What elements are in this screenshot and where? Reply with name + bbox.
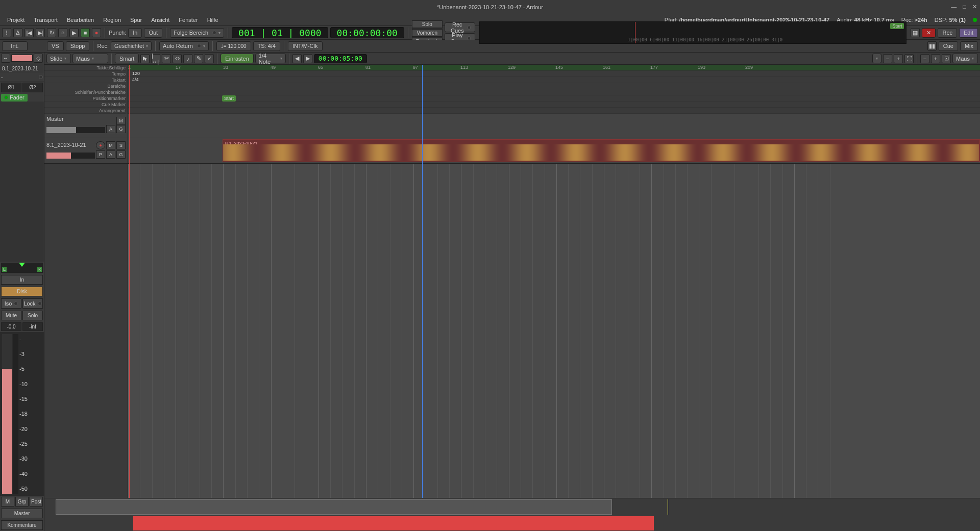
iso-button[interactable]: Iso [1,298,21,309]
rec-cues-button[interactable]: Rec Cues [445,22,475,32]
track-shrink-icon[interactable]: − [920,54,929,63]
loop-icon[interactable]: ↻ [47,28,56,37]
track-rec-button[interactable]: ● [96,141,105,149]
zoom-in-icon[interactable]: + [894,54,903,63]
audio-track-lane[interactable]: 8.1_2023-10-21 [128,138,980,164]
edit-mode-dropdown[interactable]: Slide [46,54,71,63]
midi-panic-icon[interactable]: ! [2,28,11,37]
monitor-icon[interactable]: ▮▮ [927,41,937,50]
editor-canvas[interactable]: 1173349658197113129145161177193209 120 4… [128,65,980,498]
audio-region[interactable]: 8.1_2023-10-21 [223,139,980,162]
edit-point-dropdown[interactable]: Maus [72,54,108,63]
audio-track-header[interactable]: 8.1_2023-10-21 ● M S P A G [44,138,128,164]
menu-transport[interactable]: Transport [30,15,62,25]
fader[interactable] [2,334,12,494]
master-track-header[interactable]: Master M A G [44,114,128,138]
goto-end-icon[interactable]: ▶| [36,28,45,37]
hide-strip-icon[interactable]: ◇ [34,54,43,63]
tempo-display[interactable]: ♩= 120,000 [216,41,251,51]
zoom-out-icon[interactable]: − [883,54,892,63]
track-solo-button[interactable]: S [116,141,126,149]
master-mute-button[interactable]: M [116,117,126,125]
monitor-disk-button[interactable]: Disk [1,287,43,296]
ruler-markers-label[interactable]: Positionsmarker [44,95,126,102]
audition-tool-icon[interactable]: ♪ [183,54,192,63]
smart-mode-button[interactable]: Smart [115,54,139,63]
markers-ruler[interactable]: Start [128,95,980,102]
sync-button[interactable]: Int. [2,41,28,51]
ruler-timesig-label[interactable]: Taktart [44,77,126,83]
nudge-fwd-icon[interactable]: ▶ [303,54,312,63]
auto-return-dropdown[interactable]: Auto Return [159,41,209,51]
track-playlist-button[interactable]: P [96,150,105,159]
mini-timeline[interactable]: 1|00|00 6|00|00 11|00|00 16|00|00 21|00|… [479,21,907,44]
master-auto-button[interactable]: A [106,125,115,133]
ranges-ruler[interactable] [128,83,980,89]
grp-button[interactable]: Grp [15,497,29,507]
loop-ruler[interactable] [128,89,980,95]
phase-1-button[interactable]: Ø1 [1,83,21,92]
secondary-clock[interactable]: 00:00:00:00 [330,27,404,38]
track-color[interactable] [11,55,33,62]
mclk-display[interactable]: INT/M-Clk [288,41,323,51]
m-button[interactable]: M [1,497,14,507]
rec-tab-button[interactable]: Rec [938,28,957,38]
summary-view[interactable] [44,498,980,531]
menu-fenster[interactable]: Fenster [175,15,202,25]
track-expand-icon[interactable]: + [931,54,940,63]
start-marker[interactable]: Start [890,23,904,29]
range-tool-icon[interactable]: |↔| [151,54,160,63]
track-group-button[interactable]: G [116,150,126,159]
stop-button[interactable]: Stopp [66,41,90,51]
ruler-tempo-label[interactable]: Tempo [44,71,126,77]
fader-processor[interactable]: Fader [10,94,24,100]
cue-tab-button[interactable]: Cue [939,41,958,51]
close-icon[interactable]: ✕ [972,4,977,10]
timesig-display[interactable]: TS: 4/4 [253,41,280,51]
phase-2-button[interactable]: Ø2 [22,83,43,92]
monitor-in-button[interactable]: In [1,275,43,285]
master-track-lane[interactable] [128,114,980,138]
zoom-focus-dropdown[interactable]: Maus [952,54,978,63]
ruler-loop-label[interactable]: Schleifen/Punchbereiche [44,89,126,95]
master-fader[interactable] [46,127,105,133]
record-icon[interactable]: ● [92,28,101,37]
punch-in-button[interactable]: In [128,28,142,38]
menu-bearbeiten[interactable]: Bearbeiten [63,15,98,25]
nudge-clock[interactable]: 00:00:05:00 [314,54,367,63]
start-marker-canvas[interactable]: Start [222,95,236,102]
close-x-button[interactable]: ✕ [922,28,936,38]
edit-tab-button[interactable]: Edit [959,28,978,38]
menu-hilfe[interactable]: Hilfe [203,15,223,25]
stretch-tool-icon[interactable]: ⇔ [173,54,182,63]
gain-value[interactable]: -0,0 [1,322,21,331]
strip-track-name[interactable]: 8.1_2023-10-21 [0,64,44,73]
output-button[interactable]: Master [1,509,43,518]
ruler-ranges-label[interactable]: Bereiche [44,83,126,89]
edit-point-marker[interactable] [422,65,423,498]
mute-button[interactable]: Mute [1,311,21,320]
menu-region[interactable]: Region [99,15,125,25]
track-mute-button[interactable]: M [106,141,115,149]
primary-clock[interactable]: 001 | 01 | 0000 [232,27,328,38]
panner[interactable] [1,263,43,273]
script-icon[interactable]: ▦ [911,28,920,37]
snap-button[interactable]: Einrasten [220,54,253,63]
minimize-icon[interactable]: — [951,4,957,10]
audition-indicator[interactable]: Vorhören [412,29,443,37]
menu-projekt[interactable]: Projekt [3,15,29,25]
track-fader[interactable] [46,153,95,159]
play-icon[interactable]: ▶ [69,28,79,37]
menu-ansicht[interactable]: Ansicht [147,15,174,25]
zoom-fit-icon[interactable]: ⛶ [904,54,914,63]
varispeed-button[interactable]: VS [47,41,64,51]
maximize-icon[interactable]: □ [963,4,966,10]
track-fit-icon[interactable]: ⊡ [942,54,951,63]
ruler-arrangement-label[interactable]: Arrangement [44,108,126,114]
nudge-back-icon[interactable]: ◀ [292,54,302,63]
edit-tool-icon[interactable]: ✓ [205,54,214,63]
tempo-ruler[interactable]: 120 [128,71,980,77]
grab-tool-icon[interactable] [140,54,150,63]
ruler-beats-label[interactable]: Takte:Schläge [44,65,126,71]
mix-tab-button[interactable]: Mix [960,41,978,51]
